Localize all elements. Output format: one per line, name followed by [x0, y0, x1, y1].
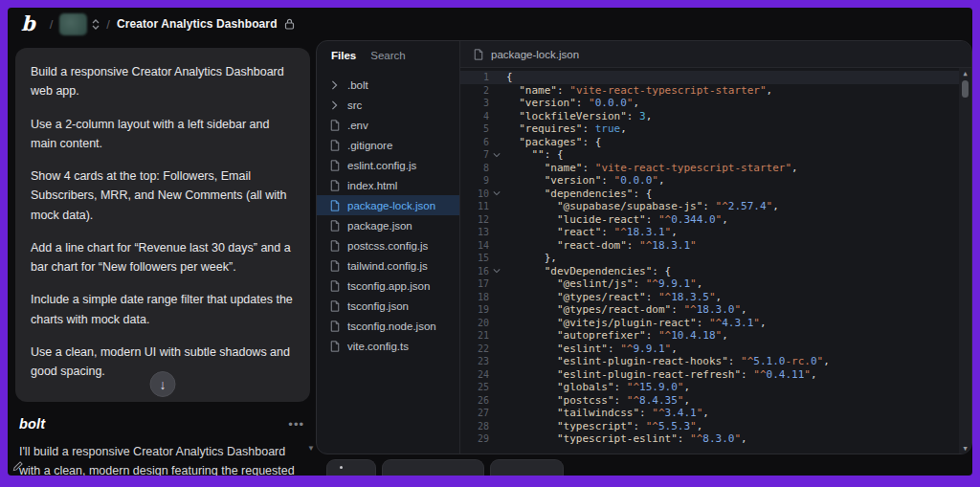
- scrollbar-thumb[interactable]: [962, 80, 969, 98]
- project-selector-icon[interactable]: [92, 19, 100, 30]
- line-number: 25: [460, 381, 489, 394]
- code-line-22[interactable]: 22 "eslint": "^9.9.1",: [460, 343, 971, 356]
- file-item-src[interactable]: src: [317, 95, 459, 115]
- scroll-to-bottom-button[interactable]: ↓: [150, 371, 176, 397]
- code-line-29[interactable]: 29 "typescript-eslint": "^8.3.0",: [460, 432, 971, 446]
- code-line-13[interactable]: 13 "react": "^18.3.1",: [460, 226, 971, 239]
- code-line-18[interactable]: 18 "@types/react": "^18.3.5",: [460, 291, 971, 304]
- code-line-24[interactable]: 24 "eslint-plugin-react-refresh": "^0.4.…: [460, 368, 971, 382]
- terminal-tab[interactable]: [382, 459, 484, 476]
- scroll-down-icon[interactable]: ▼: [963, 443, 967, 454]
- code-text: "tailwindcss": "^3.4.1",: [503, 407, 709, 420]
- file-item-tailwind.config.js[interactable]: tailwind.config.js: [317, 255, 459, 276]
- code-text: "@eslint/js": "^9.9.1",: [503, 277, 702, 291]
- file-item-postcss.config.js[interactable]: postcss.config.js: [317, 235, 459, 255]
- code-line-1[interactable]: 1{: [460, 71, 971, 84]
- file-name: postcss.config.js: [347, 240, 428, 252]
- explorer-tab-files[interactable]: Files: [331, 50, 356, 61]
- code-text: "postcss": "^8.4.35",: [503, 394, 690, 408]
- prompt-paragraph: Add a line chart for “Revenue last 30 da…: [31, 238, 295, 277]
- file-item-eslint.config.js[interactable]: eslint.config.js: [317, 155, 459, 175]
- code-line-11[interactable]: 11 "@supabase/supabase-js": "^2.57.4",: [460, 200, 971, 213]
- terminal-tab[interactable]: [490, 459, 564, 476]
- fold-chevron-icon[interactable]: [489, 152, 503, 158]
- file-icon: [329, 200, 340, 211]
- file-tree: .boltsrc.env.gitignoreeslint.config.jsin…: [317, 70, 459, 356]
- bolt-app: b / / Creator Analytics Dashboard Build …: [8, 8, 972, 476]
- line-number: 17: [460, 277, 489, 291]
- file-item-tsconfig.json[interactable]: tsconfig.json: [317, 296, 459, 316]
- code-line-25[interactable]: 25 "globals": "^15.9.0",: [460, 381, 971, 394]
- terminal-tab[interactable]: [326, 459, 376, 476]
- arrow-down-icon: ↓: [160, 377, 167, 392]
- file-name: package.json: [347, 220, 412, 232]
- prompt-paragraph: Include a simple date range filter that …: [31, 290, 295, 329]
- file-item-.env[interactable]: .env: [317, 115, 459, 135]
- code-line-14[interactable]: 14 "react-dom": "^18.3.1": [460, 239, 971, 253]
- file-item-tsconfig.app.json[interactable]: tsconfig.app.json: [317, 276, 459, 296]
- code-line-26[interactable]: 26 "postcss": "^8.4.35",: [460, 394, 971, 408]
- code-line-3[interactable]: 3 "version": "0.0.0",: [460, 97, 971, 110]
- code-line-15[interactable]: 15 },: [460, 252, 971, 265]
- code-line-12[interactable]: 12 "lucide-react": "^0.344.0",: [460, 213, 971, 227]
- line-number: 9: [460, 174, 489, 188]
- code-text: "typescript": "^5.5.3",: [503, 420, 702, 433]
- prompt-paragraph: Build a responsive Creator Analytics Das…: [31, 62, 295, 101]
- bolt-logo[interactable]: b: [21, 11, 35, 35]
- code-line-10[interactable]: 10 "dependencies": {: [460, 188, 971, 201]
- code-line-2[interactable]: 2 "name": "vite-react-typescript-starter…: [460, 84, 971, 98]
- message-menu-icon[interactable]: •••: [288, 417, 304, 432]
- line-number: 16: [460, 265, 489, 278]
- workbench: FilesSearch .boltsrc.env.gitignoreeslint…: [316, 40, 972, 476]
- code-line-9[interactable]: 9 "version": "0.0.0",: [460, 174, 971, 188]
- code-line-5[interactable]: 5 "requires": true,: [460, 122, 971, 136]
- code-text: "@types/react-dom": "^18.3.0",: [503, 303, 747, 317]
- file-item-index.html[interactable]: index.html: [317, 175, 459, 195]
- code-text: "react-dom": "^18.3.1": [503, 239, 697, 253]
- code-line-4[interactable]: 4 "lockfileVersion": 3,: [460, 110, 971, 123]
- file-item-package-lock.json[interactable]: package-lock.json: [317, 195, 459, 215]
- code-line-21[interactable]: 21 "autoprefixer": "^10.4.18",: [460, 329, 971, 343]
- file-name: tsconfig.json: [347, 300, 409, 312]
- file-name: tsconfig.app.json: [347, 280, 430, 292]
- line-number: 12: [460, 213, 489, 227]
- file-icon: [329, 220, 340, 232]
- explorer-tab-search[interactable]: Search: [370, 50, 405, 61]
- line-number: 11: [460, 200, 489, 213]
- code-line-19[interactable]: 19 "@types/react-dom": "^18.3.0",: [460, 303, 971, 317]
- line-number: 24: [460, 368, 489, 382]
- code-line-23[interactable]: 23 "eslint-plugin-react-hooks": "^5.1.0-…: [460, 355, 971, 368]
- file-item-.gitignore[interactable]: .gitignore: [317, 135, 459, 155]
- pencil-icon: [12, 458, 23, 476]
- line-number: 20: [460, 317, 489, 330]
- file-name: .gitignore: [347, 140, 392, 151]
- project-name-chip[interactable]: [59, 13, 87, 35]
- editor-scrollbar[interactable]: ▲ ▼: [959, 68, 971, 454]
- fold-chevron-icon[interactable]: [489, 190, 503, 196]
- file-icon: [329, 280, 340, 292]
- code-text: "autoprefixer": "^10.4.18",: [503, 329, 728, 343]
- code-line-27[interactable]: 27 "tailwindcss": "^3.4.1",: [460, 407, 971, 420]
- prompt-paragraph: Use a 2-column layout with a left sideba…: [31, 115, 295, 154]
- code-line-6[interactable]: 6 "packages": {: [460, 136, 971, 149]
- chat-scrollbar-down-icon[interactable]: ▼: [307, 444, 315, 453]
- code-line-16[interactable]: 16 "devDependencies": {: [460, 265, 971, 278]
- code-text: "@types/react": "^18.3.5",: [503, 291, 722, 304]
- line-number: 27: [460, 407, 489, 420]
- editor-tab-package-lock[interactable]: package-lock.json: [491, 49, 579, 60]
- page-title: Creator Analytics Dashboard: [117, 17, 278, 31]
- file-item-.bolt[interactable]: .bolt: [317, 75, 459, 95]
- code-area[interactable]: 1{2 "name": "vite-react-typescript-start…: [460, 68, 971, 454]
- code-line-20[interactable]: 20 "@vitejs/plugin-react": "^4.3.1",: [460, 317, 971, 330]
- scroll-up-icon[interactable]: ▲: [963, 68, 967, 78]
- code-line-8[interactable]: 8 "name": "vite-react-typescript-starter…: [460, 162, 971, 175]
- code-line-7[interactable]: 7 "": {: [460, 148, 971, 162]
- code-line-28[interactable]: 28 "typescript": "^5.5.3",: [460, 420, 971, 433]
- code-text: "packages": {: [503, 136, 601, 149]
- file-item-tsconfig.node.json[interactable]: tsconfig.node.json: [317, 316, 459, 336]
- code-line-17[interactable]: 17 "@eslint/js": "^9.9.1",: [460, 277, 971, 291]
- file-item-package.json[interactable]: package.json: [317, 215, 459, 235]
- file-item-vite.config.ts[interactable]: vite.config.ts: [317, 336, 459, 356]
- line-number: 5: [460, 122, 489, 136]
- fold-chevron-icon[interactable]: [489, 268, 503, 274]
